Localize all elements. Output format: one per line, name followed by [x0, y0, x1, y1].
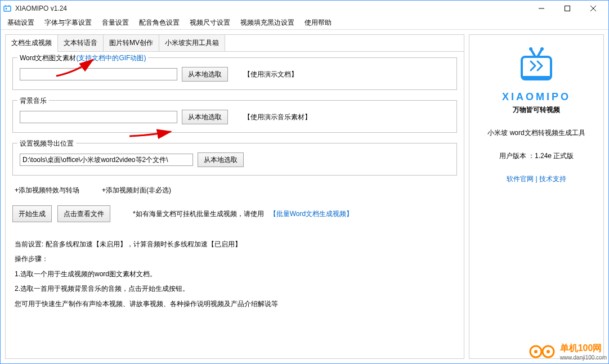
usage-text: 您可用于快速生产制作有声绘本视频、讲故事视频、各种操作说明视频及产品介绍解说等	[15, 296, 457, 311]
bgm-demo-hint[interactable]: 【使用演示音乐素材】	[244, 113, 311, 122]
menu-video-padding[interactable]: 视频填充黑边设置	[236, 16, 299, 29]
bgm-browse-button[interactable]: 从本地选取	[182, 110, 228, 124]
tab-image-to-mv[interactable]: 图片转MV创作	[104, 35, 159, 51]
view-files-button[interactable]: 点击查看文件	[57, 205, 110, 222]
step-2-text: 2.选取一首用于视频背景音乐的音频，点击开始生成按钮。	[15, 281, 457, 296]
step-1-text: 1.选取一个用于生成视频的word图文素材文档。	[15, 267, 457, 281]
menu-video-size[interactable]: 视频尺寸设置	[185, 16, 235, 29]
brand-name: XIAOMIPO	[502, 91, 571, 103]
titlebar: XIAOMIPO v1.24	[1, 1, 608, 16]
brand-slogan: 万物皆可转视频	[513, 105, 560, 115]
group-bgm-legend: 背景音乐	[17, 96, 49, 106]
word-material-input[interactable]	[20, 68, 177, 80]
group-output-legend: 设置视频导出位置	[17, 139, 76, 149]
app-icon	[3, 4, 12, 13]
official-site-link[interactable]: 软件官网	[507, 175, 534, 183]
side-panel: XIAOMIPO 万物皆可转视频 小米坡 word文档转视频生成工具 用户版本 …	[469, 34, 604, 359]
menu-help[interactable]: 使用帮助	[300, 16, 336, 29]
svg-point-14	[534, 350, 538, 353]
brand-logo-icon	[508, 43, 565, 88]
watermark-title: 单机100网	[560, 343, 607, 354]
bgm-input[interactable]	[20, 111, 177, 123]
svg-rect-4	[565, 6, 570, 11]
menu-basic-settings[interactable]: 基础设置	[3, 16, 39, 29]
arrow-annotation-2	[127, 124, 174, 141]
start-generate-button[interactable]: 开始生成	[12, 205, 52, 222]
window-title: XIAOMIPO v1.24	[15, 5, 529, 12]
group-bgm: 背景音乐 从本地选取 【使用演示音乐素材】	[12, 100, 457, 133]
tech-support-link[interactable]: 技术支持	[539, 175, 566, 183]
product-desc: 小米坡 word文档转视频生成工具	[487, 128, 585, 138]
menu-font-subtitle[interactable]: 字体与字幕设置	[40, 16, 96, 29]
add-effects-link[interactable]: +添加视频特效与转场	[15, 186, 79, 195]
tab-content: Word文档图文素材(支持文档中的GIF动图) 从本地选取 【使用演示文档】 背…	[6, 52, 464, 358]
tab-toolbox[interactable]: 小米坡实用工具箱	[159, 35, 225, 51]
word-material-demo-hint[interactable]: 【使用演示文档】	[244, 70, 298, 79]
svg-point-11	[529, 47, 532, 51]
group-output-path: 设置视频导出位置 从本地选取	[12, 143, 457, 176]
minimize-button[interactable]	[529, 1, 554, 16]
arrow-annotation-1	[53, 56, 98, 79]
steps-heading: 操作步骤：	[15, 251, 457, 266]
watermark: 单机100网 www.danji100.com	[529, 343, 607, 361]
svg-rect-8	[522, 76, 551, 79]
batch-hint-text: *如有海量文档可挂机批量生成视频，请使用	[133, 209, 264, 219]
add-cover-link[interactable]: +添加视频封面(非必选)	[102, 186, 171, 195]
word-material-browse-button[interactable]: 从本地选取	[182, 67, 228, 82]
menu-voice-role[interactable]: 配音角色设置	[135, 16, 184, 29]
info-block: 当前设置: 配音多线程加速【未启用】，计算音频时长多线程加速【已启用】 操作步骤…	[12, 237, 457, 311]
tab-doc-to-video[interactable]: 文档生成视频	[6, 35, 58, 51]
menubar: 基础设置 字体与字幕设置 音量设置 配音角色设置 视频尺寸设置 视频填充黑边设置…	[1, 16, 608, 30]
current-settings-text: 当前设置: 配音多线程加速【未启用】，计算音频时长多线程加速【已启用】	[15, 237, 457, 251]
tab-strip: 文档生成视频 文本转语音 图片转MV创作 小米坡实用工具箱	[6, 35, 464, 52]
output-path-browse-button[interactable]: 从本地选取	[198, 152, 244, 167]
close-button[interactable]	[580, 1, 606, 16]
main-panel: 文档生成视频 文本转语音 图片转MV创作 小米坡实用工具箱 Word文档图文素材…	[5, 34, 464, 359]
watermark-url: www.danji100.com	[560, 354, 607, 361]
watermark-icon	[529, 343, 557, 360]
svg-point-12	[540, 47, 544, 51]
menu-volume[interactable]: 音量设置	[97, 16, 133, 29]
tab-text-to-speech[interactable]: 文本转语音	[58, 35, 104, 51]
output-path-input[interactable]	[20, 154, 193, 166]
batch-link[interactable]: 【批量Word文档生成视频】	[270, 209, 353, 219]
svg-point-16	[547, 350, 550, 353]
maximize-button[interactable]	[554, 1, 580, 16]
version-text: 用户版本 ：1.24e 正式版	[499, 151, 574, 161]
